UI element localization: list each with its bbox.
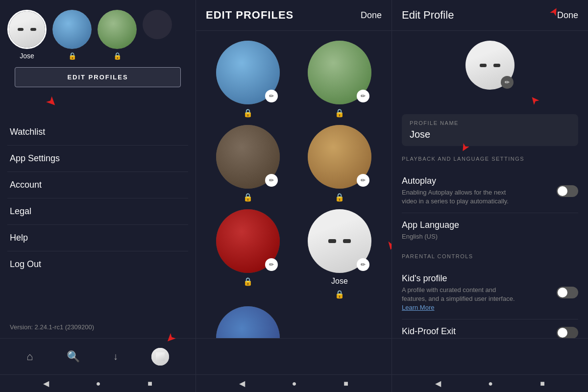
profile-name-value[interactable]: Jose bbox=[410, 129, 570, 140]
playback-section: PLAYBACK AND LANGUAGE SETTINGS Autoplay … bbox=[402, 156, 578, 248]
right-recents-button[interactable]: ■ bbox=[540, 379, 545, 388]
app-language-row[interactable]: App Language English (US) bbox=[402, 213, 578, 248]
nav-menu: Watchlist App Settings Account Legal Hel… bbox=[0, 117, 196, 316]
kid-proof-info: Kid-Proof Exit bbox=[402, 326, 456, 338]
android-nav: ◀ ● ■ bbox=[0, 374, 196, 392]
nav-watchlist[interactable]: Watchlist bbox=[7, 119, 188, 146]
grid-avatar-leopard: ✏ bbox=[308, 125, 371, 189]
kids-profile-info: Kid's profile A profile with curated con… bbox=[402, 273, 519, 313]
grid-avatar-stitch: ✏ bbox=[216, 306, 280, 338]
edit-badge-yoda[interactable]: ✏ bbox=[357, 90, 369, 102]
middle-title: EDIT PROFILES bbox=[206, 9, 294, 22]
home-icon[interactable]: ⌂ bbox=[26, 350, 33, 363]
autoplay-info: Autoplay Enabling Autoplay allows for th… bbox=[402, 176, 519, 206]
edit-badge-spiderman[interactable]: ✏ bbox=[265, 258, 278, 271]
avatar-jose[interactable] bbox=[7, 10, 47, 49]
middle-home-button[interactable]: ● bbox=[292, 379, 297, 388]
avatar-yoda[interactable] bbox=[98, 10, 137, 49]
parental-section: PARENTAL CONTROLS Kid's profile A profil… bbox=[402, 253, 578, 338]
middle-back-button[interactable]: ◀ bbox=[239, 379, 245, 388]
profile-icon[interactable] bbox=[151, 348, 169, 366]
autoplay-desc: Enabling Autoplay allows for the next vi… bbox=[402, 188, 519, 206]
app-language-label: App Language bbox=[402, 220, 459, 230]
autoplay-toggle-knob bbox=[558, 186, 567, 196]
right-home-button[interactable]: ● bbox=[488, 379, 493, 388]
grid-avatar-luca: ✏ bbox=[216, 41, 280, 104]
grid-lock-spiderman: 🔒 bbox=[243, 277, 253, 286]
grid-item-obi[interactable]: ✏ 🔒 bbox=[206, 125, 290, 202]
grid-item-leopard[interactable]: ✏ 🔒 bbox=[297, 125, 382, 202]
recents-button[interactable]: ■ bbox=[147, 379, 152, 388]
grid-item-jose[interactable]: ✏ Jose 🔒 ➤ bbox=[297, 209, 382, 299]
grid-item-stitch[interactable]: ✏ bbox=[206, 306, 290, 338]
kids-profile-label: Kid's profile bbox=[402, 273, 519, 284]
kid-proof-toggle-knob bbox=[558, 328, 567, 338]
kids-profile-toggle[interactable] bbox=[557, 287, 578, 298]
search-icon[interactable]: 🔍 bbox=[67, 350, 80, 363]
kid-proof-toggle[interactable] bbox=[557, 327, 578, 338]
lock-icon-3: 🔒 bbox=[113, 52, 122, 60]
profile-item-4[interactable] bbox=[143, 10, 172, 42]
nav-logout[interactable]: Log Out bbox=[7, 251, 188, 277]
grid-item-luca[interactable]: ✏ 🔒 bbox=[206, 41, 290, 118]
avatar-luca[interactable] bbox=[52, 10, 92, 49]
grid-avatar-spiderman: ✏ bbox=[216, 209, 280, 273]
middle-panel: EDIT PROFILES Done ✏ 🔒 ✏ 🔒 bbox=[196, 0, 392, 392]
back-button[interactable]: ◀ bbox=[43, 379, 49, 388]
nav-legal[interactable]: Legal bbox=[7, 198, 188, 225]
right-content: ✏ ➤ PROFILE NAME Jose ➤ PLAYBACK AND LAN… bbox=[392, 31, 588, 338]
profiles-row: Jose 🔒 🔒 bbox=[0, 0, 196, 65]
autoplay-toggle[interactable] bbox=[557, 185, 578, 197]
kids-learn-more-link[interactable]: Learn More bbox=[402, 304, 434, 311]
middle-header: EDIT PROFILES Done bbox=[196, 0, 392, 31]
grid-name-jose: Jose bbox=[331, 277, 348, 286]
grid-avatar-yoda: ✏ bbox=[308, 41, 371, 104]
grid-lock-jose: 🔒 bbox=[335, 290, 344, 299]
edit-profiles-button[interactable]: EDIT PROFILES bbox=[15, 67, 181, 87]
right-android-nav: ◀ ● ■ bbox=[392, 374, 588, 392]
autoplay-row: Autoplay Enabling Autoplay allows for th… bbox=[402, 169, 578, 213]
grid-lock-leopard: 🔒 bbox=[335, 193, 344, 202]
left-panel: Jose 🔒 🔒 bbox=[0, 0, 196, 392]
app-language-info: App Language English (US) bbox=[402, 220, 459, 241]
edit-badge-obi[interactable]: ✏ bbox=[265, 174, 278, 187]
playback-section-label: PLAYBACK AND LANGUAGE SETTINGS bbox=[402, 156, 578, 162]
grid-lock-yoda: 🔒 bbox=[335, 108, 344, 118]
home-button[interactable]: ● bbox=[96, 379, 101, 388]
profile-item-2[interactable]: 🔒 bbox=[52, 10, 92, 60]
right-back-button[interactable]: ◀ bbox=[435, 379, 441, 388]
grid-item-yoda[interactable]: ✏ 🔒 bbox=[297, 41, 382, 118]
nav-help[interactable]: Help bbox=[7, 225, 188, 251]
middle-bottom-icons bbox=[196, 339, 392, 374]
kids-profile-row: Kid's profile A profile with curated con… bbox=[402, 267, 578, 320]
kid-proof-row: Kid-Proof Exit bbox=[402, 319, 578, 338]
grid-avatar-jose: ✏ bbox=[308, 209, 371, 273]
middle-recents-button[interactable]: ■ bbox=[343, 379, 348, 388]
profile-item-3[interactable]: 🔒 bbox=[98, 10, 137, 60]
parental-section-label: PARENTAL CONTROLS bbox=[402, 253, 578, 259]
avatar-edit-container: ✏ ➤ bbox=[402, 41, 578, 90]
edit-badge-leopard[interactable]: ✏ bbox=[357, 174, 369, 187]
grid-item-spiderman[interactable]: ✏ 🔒 bbox=[206, 209, 290, 299]
edit-badge-jose[interactable]: ✏ bbox=[357, 258, 369, 271]
autoplay-label: Autoplay bbox=[402, 176, 519, 186]
edit-badge-luca[interactable]: ✏ bbox=[265, 90, 278, 102]
bottom-nav-icons: ⌂ 🔍 ↓ bbox=[0, 339, 196, 374]
avatar-edit-badge[interactable]: ✏ bbox=[501, 76, 514, 89]
profile-name-label: PROFILE NAME bbox=[410, 120, 570, 126]
middle-done-button[interactable]: Done bbox=[361, 10, 382, 21]
kids-profile-desc: A profile with curated content and featu… bbox=[402, 286, 519, 313]
grid-lock-obi: 🔒 bbox=[243, 193, 253, 202]
nav-account[interactable]: Account bbox=[7, 172, 188, 198]
right-title: Edit Profile bbox=[402, 9, 454, 22]
middle-android-nav: ◀ ● ■ bbox=[196, 374, 392, 392]
profile-item-jose[interactable]: Jose bbox=[7, 10, 47, 60]
right-bottom-icons bbox=[392, 339, 588, 374]
download-icon[interactable]: ↓ bbox=[113, 351, 118, 362]
profile-name-section: PROFILE NAME Jose bbox=[402, 114, 578, 146]
avatar-dark[interactable] bbox=[143, 10, 172, 39]
middle-bottom-nav: ◀ ● ■ bbox=[196, 338, 392, 392]
nav-app-settings[interactable]: App Settings bbox=[7, 146, 188, 172]
lock-icon-2: 🔒 bbox=[68, 52, 76, 60]
grid-avatar-inner-stitch bbox=[216, 306, 280, 338]
